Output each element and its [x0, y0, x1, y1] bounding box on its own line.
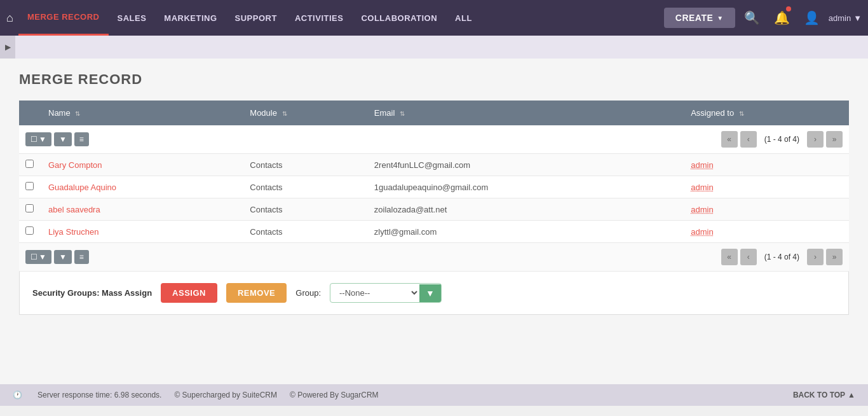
module-cell-3: Contacts: [243, 198, 368, 221]
email-sort-icon: ⇅: [400, 110, 405, 117]
sidebar-toggle-row: ▶: [0, 36, 868, 59]
assigned-cell-2[interactable]: admin: [684, 176, 849, 198]
nav-merge-record[interactable]: MERGE RECORD: [18, 0, 109, 36]
bottom-last-page-button[interactable]: »: [826, 249, 843, 265]
bottom-page-count: (1 - 4 of 4): [759, 253, 804, 261]
create-button[interactable]: CREATE ▼: [664, 8, 735, 28]
module-cell-1: Contacts: [243, 154, 368, 176]
first-page-button[interactable]: «: [721, 131, 738, 148]
bottom-columns-button[interactable]: ≡: [74, 250, 89, 264]
assigned-cell-4[interactable]: admin: [684, 221, 849, 243]
email-cell-4: zlyttl@gmail.com: [368, 221, 684, 243]
email-cell-2: 1guadalupeaquino@gmail.com: [368, 176, 684, 198]
user-name: admin: [829, 13, 851, 23]
user-menu-button[interactable]: admin ▼: [829, 13, 862, 23]
nav-all[interactable]: ALL: [446, 0, 481, 36]
filter-button[interactable]: ▼: [54, 132, 72, 146]
name-cell-1[interactable]: Gary Compton: [42, 154, 243, 176]
select-dropdown-icon: ▼: [39, 135, 46, 144]
select-all-button[interactable]: ☐ ▼: [25, 132, 51, 146]
search-button[interactable]: 🔍: [739, 8, 765, 28]
columns-icon: ≡: [79, 135, 84, 144]
top-toolbar-row: ☐ ▼ ▼ ≡ « ‹ (1 - 4 of 4): [19, 125, 849, 154]
security-groups-section: Security Groups: Mass Assign ASSIGN REMO…: [19, 272, 849, 315]
clock-icon: 🕐: [13, 391, 22, 399]
module-cell-2: Contacts: [243, 176, 368, 198]
bottom-first-page-button[interactable]: «: [721, 249, 738, 265]
create-dropdown-arrow: ▼: [717, 15, 723, 22]
assigned-sort-icon: ⇅: [739, 110, 744, 117]
table-row: Liya Struchen Contacts zlyttl@gmail.com …: [19, 221, 849, 243]
bottom-checkbox-icon: ☐: [31, 253, 37, 261]
topnav-right: CREATE ▼ 🔍 🔔 👤 admin ▼: [664, 8, 862, 28]
bottom-filter-icon: ▼: [59, 253, 67, 261]
table-row: Gary Compton Contacts 2rent4funLLC@gmail…: [19, 154, 849, 176]
top-pagination: « ‹ (1 - 4 of 4) › »: [721, 131, 843, 148]
sidebar-toggle-button[interactable]: ▶: [0, 36, 15, 59]
server-response-time: Server response time: 6.98 seconds.: [37, 391, 161, 399]
module-sort-icon: ⇅: [282, 110, 287, 117]
user-icon[interactable]: 👤: [799, 8, 825, 28]
bottom-select-dropdown-icon: ▼: [39, 253, 46, 261]
table-row: Guadalupe Aquino Contacts 1guadalupeaqui…: [19, 176, 849, 198]
page-title: MERGE RECORD: [19, 71, 849, 88]
top-toolbar: ☐ ▼ ▼ ≡ « ‹ (1 - 4 of 4): [25, 131, 843, 148]
row-checkbox-4[interactable]: [19, 221, 42, 243]
nav-sales[interactable]: SALES: [109, 0, 156, 36]
main-content: MERGE RECORD Name ⇅ Module ⇅ Email ⇅ Ass…: [0, 59, 868, 384]
nav-marketing[interactable]: MARKETING: [155, 0, 226, 36]
assigned-cell-1[interactable]: admin: [684, 154, 849, 176]
top-navigation: ⌂ MERGE RECORD SALES MARKETING SUPPORT A…: [0, 0, 868, 36]
sugarcrm-credit: © Powered By SugarCRM: [290, 391, 379, 399]
table-header-row: Name ⇅ Module ⇅ Email ⇅ Assigned to ⇅: [19, 101, 849, 125]
email-cell-3: zoilalozada@att.net: [368, 198, 684, 221]
back-to-top-button[interactable]: BACK TO TOP ▲: [793, 391, 855, 399]
last-page-button[interactable]: »: [826, 131, 843, 148]
nav-collaboration[interactable]: COLLABORATION: [352, 0, 446, 36]
bottom-next-page-button[interactable]: ›: [807, 249, 824, 265]
security-groups-label: Security Groups: Mass Assign: [32, 288, 152, 298]
bottom-filter-button[interactable]: ▼: [54, 250, 72, 264]
records-table: Name ⇅ Module ⇅ Email ⇅ Assigned to ⇅: [19, 101, 849, 272]
bottom-prev-page-button[interactable]: ‹: [740, 249, 757, 265]
bottom-columns-icon: ≡: [79, 253, 84, 261]
bottom-pagination: « ‹ (1 - 4 of 4) › »: [721, 249, 843, 265]
bottom-toolbar: ☐ ▼ ▼ ≡ « ‹ (1 - 4 of 4): [25, 249, 843, 265]
name-cell-2[interactable]: Guadalupe Aquino: [42, 176, 243, 198]
nav-support[interactable]: SUPPORT: [226, 0, 286, 36]
module-column-header[interactable]: Module ⇅: [243, 101, 368, 125]
assigned-column-header[interactable]: Assigned to ⇅: [684, 101, 849, 125]
row-checkbox-3[interactable]: [19, 198, 42, 221]
group-select-wrapper: --None-- ▼: [330, 283, 442, 303]
next-page-button[interactable]: ›: [807, 131, 824, 148]
columns-button[interactable]: ≡: [74, 132, 89, 146]
group-dropdown-button[interactable]: ▼: [419, 284, 441, 302]
group-label: Group:: [295, 288, 321, 298]
name-cell-3[interactable]: abel saavedra: [42, 198, 243, 221]
page-count: (1 - 4 of 4): [759, 135, 804, 144]
back-to-top-arrow: ▲: [848, 391, 855, 399]
checkbox-icon: ☐: [31, 135, 37, 144]
table-row: abel saavedra Contacts zoilalozada@att.n…: [19, 198, 849, 221]
assigned-cell-3[interactable]: admin: [684, 198, 849, 221]
module-cell-4: Contacts: [243, 221, 368, 243]
email-cell-1: 2rent4funLLC@gmail.com: [368, 154, 684, 176]
remove-button[interactable]: REMOVE: [226, 283, 287, 303]
assign-button[interactable]: ASSIGN: [161, 283, 217, 303]
footer: 🕐 Server response time: 6.98 seconds. © …: [0, 384, 868, 406]
checkbox-header: [19, 101, 42, 125]
row-checkbox-1[interactable]: [19, 154, 42, 176]
row-checkbox-2[interactable]: [19, 176, 42, 198]
prev-page-button[interactable]: ‹: [740, 131, 757, 148]
notification-dot: [786, 6, 791, 11]
email-column-header[interactable]: Email ⇅: [368, 101, 684, 125]
filter-icon: ▼: [59, 135, 67, 144]
user-dropdown-arrow: ▼: [853, 13, 862, 23]
name-column-header[interactable]: Name ⇅: [42, 101, 243, 125]
group-select[interactable]: --None--: [330, 284, 419, 302]
notifications-button[interactable]: 🔔: [769, 8, 795, 28]
nav-activities[interactable]: ACTIVITIES: [286, 0, 353, 36]
bottom-select-all-button[interactable]: ☐ ▼: [25, 250, 51, 264]
name-cell-4[interactable]: Liya Struchen: [42, 221, 243, 243]
home-icon[interactable]: ⌂: [6, 11, 13, 25]
